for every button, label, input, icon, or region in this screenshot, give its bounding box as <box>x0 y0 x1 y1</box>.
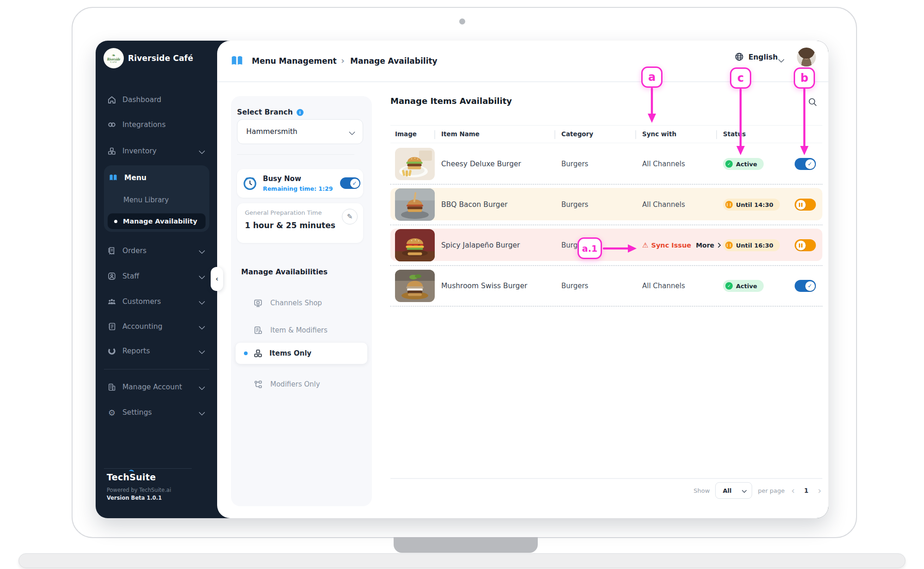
sidebar-item-inventory[interactable]: Inventory <box>96 143 217 159</box>
header-separator <box>434 130 435 139</box>
branch-panel: Select Branch i Hammersmith Busy Now Rem… <box>231 96 372 506</box>
customers-people-icon <box>107 297 116 306</box>
sidebar-item-integrations[interactable]: Integrations <box>96 117 217 133</box>
item-image <box>395 225 441 265</box>
availability-item-label: Channels Shop <box>270 299 322 307</box>
sidebar-item-manage-availability[interactable]: Manage Availability <box>108 213 206 229</box>
breadcrumb-current: Manage Availability <box>350 56 438 66</box>
check-circle-icon: ✓ <box>725 160 733 168</box>
toggle-knob-pause <box>796 200 806 210</box>
page-size-select[interactable]: All <box>715 482 752 499</box>
warning-triangle-icon: ⚠ <box>642 242 648 249</box>
pagination-divider <box>390 478 822 479</box>
item-sync: All Channels <box>642 282 685 290</box>
sidebar-item-customers[interactable]: Customers <box>96 294 217 309</box>
active-bullet <box>244 351 248 355</box>
sidebar-item-reports[interactable]: Reports <box>96 343 217 359</box>
sidebar-item-manage-account[interactable]: Manage Account <box>96 379 217 395</box>
version-text: Version Beta 1.0.1 <box>107 495 162 501</box>
availability-item-channels-shop[interactable]: Channels Shop <box>231 292 372 314</box>
availability-toggle-on[interactable]: ✓ <box>795 158 816 170</box>
sidebar-item-label: Dashboard <box>122 96 161 104</box>
breadcrumb-separator: › <box>341 55 345 66</box>
sidebar-item-accounting[interactable]: Accounting <box>96 319 217 334</box>
chevron-down-icon <box>742 488 747 493</box>
sidebar-item-label: Customers <box>122 297 161 306</box>
annotation-arrow-a <box>646 88 657 126</box>
sync-issue-cell: ⚠ Sync Issue More <box>642 242 720 249</box>
sidebar-item-menu-library[interactable]: Menu Library <box>123 196 169 204</box>
col-sync-with: Sync with <box>642 130 676 138</box>
sidebar-item-label: Manage Account <box>122 383 182 391</box>
branch-dropdown-value: Hammersmith <box>246 127 298 136</box>
availability-item-items-only[interactable]: Items Only <box>236 343 367 364</box>
sidebar-item-menu[interactable]: Menu <box>104 170 209 186</box>
item-image <box>395 185 441 224</box>
sidebar-item-label: Settings <box>122 408 152 417</box>
annotation-arrow-c <box>735 89 746 159</box>
next-page-button[interactable]: › <box>817 486 822 495</box>
annotation-arrow-b <box>799 88 810 159</box>
sidebar-collapse-handle[interactable]: ‹ <box>211 267 223 291</box>
sidebar-item-orders[interactable]: Orders <box>96 243 217 259</box>
annotation-marker-c: c <box>730 67 751 89</box>
chevron-down-icon <box>200 297 204 306</box>
current-page-number: 1 <box>802 487 811 494</box>
page-title: Manage Items Availability <box>390 96 512 106</box>
sidebar-item-label: Integrations <box>122 121 165 129</box>
item-name: Cheesy Deluxe Burger <box>441 160 521 168</box>
leaf-icon: ❧ <box>112 53 116 58</box>
laptop-hinge-notch <box>394 537 538 553</box>
sidebar-item-label: Orders <box>122 247 146 255</box>
chevron-down-icon <box>200 383 204 391</box>
globe-icon <box>734 52 744 62</box>
sidebar-item-settings[interactable]: ⚙ Settings <box>96 405 217 420</box>
item-category: Burgers <box>561 160 588 168</box>
chevron-down-icon[interactable] <box>779 55 784 64</box>
branch-dropdown[interactable]: Hammersmith <box>237 119 363 144</box>
edit-pencil-button[interactable]: ✎ <box>342 209 358 224</box>
panel-divider <box>237 154 354 155</box>
table-row[interactable]: Mushroom Swiss Burger Burgers All Channe… <box>390 266 822 307</box>
select-branch-label: Select Branch i <box>237 108 304 116</box>
sidebar-item-dashboard[interactable]: Dashboard <box>96 92 217 108</box>
col-item-name: Item Name <box>441 130 480 138</box>
language-selector[interactable]: English <box>748 53 778 61</box>
menu-book-icon <box>230 54 244 68</box>
table-header-row: Image Item Name Category Sync with Statu… <box>390 125 822 143</box>
sidebar-item-label: Staff <box>122 272 139 280</box>
breadcrumb-root[interactable]: Menu Management <box>252 56 337 66</box>
sidebar-item-staff[interactable]: Staff <box>96 268 217 284</box>
sidebar-footer-divider <box>104 468 192 469</box>
toggle-knob-check: ✓ <box>805 281 815 291</box>
toggle-knob-check: ✓ <box>350 179 359 188</box>
availability-toggle-on[interactable]: ✓ <box>795 280 816 292</box>
sync-issue-more-link[interactable]: More <box>696 242 720 249</box>
busy-now-toggle[interactable]: ✓ <box>340 177 360 189</box>
gear-icon: ⚙ <box>107 408 116 417</box>
pause-circle-icon: ❙❙ <box>725 201 733 208</box>
availability-toggle-paused[interactable] <box>795 239 816 251</box>
header-separator <box>635 130 636 139</box>
availability-item-item-modifiers[interactable]: Item & Modifiers <box>231 319 372 341</box>
user-avatar[interactable] <box>797 48 816 67</box>
per-page-label: per page <box>758 487 784 494</box>
check-circle-icon: ✓ <box>725 282 733 290</box>
col-category: Category <box>561 130 593 138</box>
prep-time-value: 1 hour & 25 minutes <box>245 221 335 230</box>
info-icon[interactable]: i <box>297 109 304 116</box>
busy-now-title: Busy Now <box>263 175 301 183</box>
app-window: ❧ Riverside Café Riverside Café Dashboar… <box>96 41 828 518</box>
toggle-knob-check: ✓ <box>805 159 815 169</box>
chevron-down-icon <box>200 147 204 155</box>
monitor-icon <box>253 298 263 308</box>
availability-toggle-paused[interactable] <box>795 199 816 211</box>
items-availability-section: Manage Items Availability Image Item Nam… <box>390 91 822 483</box>
table-row[interactable]: BBQ Bacon Burger Burgers All Channels ❙❙… <box>390 185 822 225</box>
prev-page-button[interactable]: ‹ <box>790 486 796 495</box>
availability-item-modifiers-only[interactable]: Modifiers Only <box>231 373 372 395</box>
table-row[interactable]: Cheesy Deluxe Burger Burgers All Channel… <box>390 144 822 185</box>
active-bullet <box>114 220 117 223</box>
inventory-boxes-icon <box>107 146 116 156</box>
accounting-ledger-icon <box>107 322 116 331</box>
